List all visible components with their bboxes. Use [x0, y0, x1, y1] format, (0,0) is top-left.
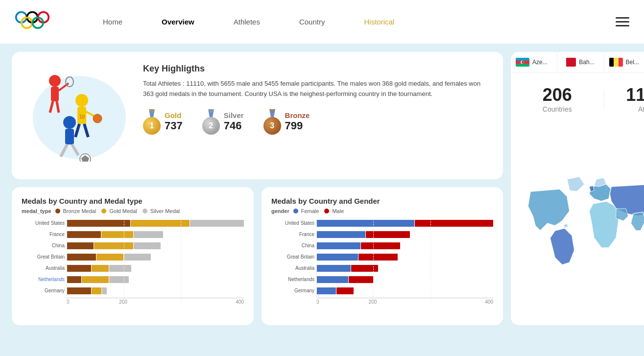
- us-bronze-bar: [67, 220, 130, 227]
- gold-medal-item: 1 Gold 737: [143, 109, 183, 135]
- chart1-row-fr: France: [67, 230, 244, 239]
- countries-label: Countries: [521, 105, 594, 113]
- hamburger-menu[interactable]: [616, 17, 629, 26]
- svg-point-6: [49, 75, 61, 87]
- svg-rect-20: [65, 129, 74, 144]
- highlights-description: Total Athletes : 11110, with 5655 male a…: [143, 79, 489, 99]
- chart1-legend: medal_type Bronze Medal Gold Medal Silve…: [22, 208, 244, 214]
- athletes-number: 11110: [614, 85, 644, 105]
- svg-rect-42: [619, 58, 623, 67]
- chart1-body: United States France: [22, 219, 244, 315]
- us-gold-bar: [131, 220, 190, 227]
- world-map-svg: [521, 172, 644, 270]
- nav-links: Home Overview Athletes Country Historica…: [103, 18, 616, 26]
- nav-home[interactable]: Home: [103, 18, 122, 26]
- highlights-card: 10: [12, 52, 503, 179]
- stats-row: 206 Countries 11110 Athletes: [511, 73, 644, 121]
- svg-marker-39: [566, 58, 569, 67]
- right-panel: Aze... Bah...: [511, 52, 644, 325]
- svg-rect-33: [516, 64, 529, 67]
- stat-countries: 206 Countries: [521, 85, 594, 113]
- chart2-row-au: Australia: [316, 264, 493, 273]
- us-silver-bar: [190, 220, 244, 227]
- svg-point-16: [93, 114, 102, 123]
- silver-medal-label: Silver 746: [224, 111, 244, 132]
- countries-number: 206: [521, 85, 594, 105]
- chart1-row-cn: China: [67, 241, 244, 250]
- nav-athletes[interactable]: Athletes: [234, 18, 260, 26]
- flag-bel: [609, 58, 623, 67]
- left-column: 10: [12, 52, 503, 325]
- bronze-medal-item: 3 Bronze 799: [263, 109, 310, 135]
- bronze-legend-dot: [55, 209, 60, 214]
- chart2-legend: gender Female Male: [271, 208, 493, 214]
- highlights-content: Key Highligths Total Athletes : 11110, w…: [143, 64, 489, 135]
- olympic-logo[interactable]: [15, 5, 64, 39]
- flag-aze: [516, 58, 529, 67]
- gold-medal-icon: 1: [143, 109, 161, 135]
- nav-overview[interactable]: Overview: [162, 18, 194, 26]
- svg-point-35: [522, 61, 524, 64]
- world-map-area: [511, 121, 644, 325]
- athletes-label: Athletes: [614, 105, 644, 113]
- sports-illustration: 10: [25, 64, 133, 162]
- svg-point-19: [63, 116, 76, 129]
- silver-legend-dot: [143, 209, 147, 214]
- male-legend-dot: [324, 209, 329, 214]
- bronze-medal-label: Bronze 799: [285, 111, 310, 132]
- flag-item-aze[interactable]: Aze...: [511, 52, 557, 72]
- chart1-row-us: United States: [67, 219, 244, 228]
- main-content: 10: [0, 44, 644, 333]
- chart1-row-au: Australia: [67, 264, 244, 273]
- chart-country-gender: Medals by Country and Gender gender Fema…: [262, 187, 503, 325]
- charts-row: Medals by Country and Medal type medal_t…: [12, 187, 503, 325]
- chart2-row-fr: France: [316, 230, 493, 239]
- chart2-body: United States France: [271, 219, 493, 315]
- chart1-row-gb: Great Britain: [67, 253, 244, 261]
- chart1-title: Medals by Country and Medal type: [22, 197, 244, 205]
- chart1-x-axis: 0 200 400: [67, 298, 244, 305]
- highlights-title: Key Highligths: [143, 64, 489, 74]
- silver-medal-icon: 2: [202, 109, 220, 135]
- stat-divider: [604, 90, 604, 108]
- chart2-row-cn: China: [316, 241, 493, 250]
- nav-country[interactable]: Country: [299, 18, 325, 26]
- chart2-row-nl: Netherlands: [316, 275, 493, 284]
- gold-medal-label: Gold 737: [165, 111, 183, 132]
- chart2-row-us: United States: [316, 219, 493, 228]
- silver-medal-item: 2 Silver 746: [202, 109, 244, 135]
- flag-bel-label: Bel...: [626, 59, 639, 66]
- chart2-row-gb: Great Britain: [316, 253, 493, 261]
- svg-rect-7: [51, 87, 59, 101]
- chart2-row-de: Germany: [316, 286, 493, 295]
- svg-text:10: 10: [79, 114, 85, 119]
- stat-athletes: 11110 Athletes: [614, 85, 644, 113]
- chart-country-medal-type: Medals by Country and Medal type medal_t…: [12, 187, 254, 325]
- flag-item-bah[interactable]: Bah...: [557, 52, 604, 72]
- svg-rect-38: [562, 58, 566, 67]
- chart1-row-de: Germany: [67, 286, 244, 295]
- flag-bah-label: Bah...: [579, 59, 594, 66]
- female-legend-dot: [293, 209, 298, 214]
- chart1-row-nl: Netherlands: [67, 275, 244, 284]
- medals-row: 1 Gold 737 2: [143, 109, 489, 135]
- flag-aze-label: Aze...: [532, 59, 548, 66]
- country-flags-bar: Aze... Bah...: [511, 52, 644, 73]
- svg-rect-31: [516, 58, 529, 61]
- navigation: Home Overview Athletes Country Historica…: [0, 0, 644, 44]
- gold-legend-dot: [101, 209, 106, 214]
- chart2-x-axis: 0 200 400: [316, 298, 493, 305]
- svg-rect-40: [609, 58, 614, 67]
- flag-item-bel[interactable]: Bel...: [604, 52, 644, 72]
- chart2-title: Medals by Country and Gender: [271, 197, 493, 205]
- svg-rect-41: [614, 58, 619, 67]
- bronze-medal-icon: 3: [263, 109, 281, 135]
- flag-bah: [562, 58, 576, 67]
- svg-point-12: [75, 94, 88, 107]
- nav-historical[interactable]: Historical: [364, 18, 394, 26]
